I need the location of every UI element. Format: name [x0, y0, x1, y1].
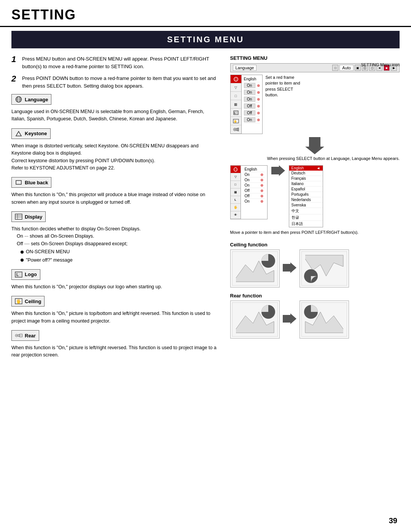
- svg-point-20: [234, 77, 238, 81]
- svg-point-31: [234, 168, 237, 171]
- svg-rect-6: [16, 181, 21, 184]
- lang-content-row6: Off⊕: [243, 193, 265, 199]
- keystone-body: When image is distorted vertically, sele…: [11, 142, 219, 172]
- svg-text:L: L: [16, 273, 19, 277]
- lang-list-english-text: English: [292, 166, 304, 170]
- sidebar-row-4-value: On: [244, 97, 255, 102]
- left-column: 1 Press MENU button and ON-SCREEN MENU w…: [11, 55, 219, 364]
- sidebar-row-4-arrow: ⊕: [257, 97, 260, 101]
- section-keystone-header: Keystone: [11, 128, 51, 139]
- section-rear-header: Rear: [11, 330, 39, 341]
- ceiling-title: Ceiling: [25, 299, 41, 304]
- sidebar-row-3: On ⊕: [244, 89, 260, 96]
- display-icon: [15, 213, 22, 220]
- ceiling-arrow: [283, 262, 296, 274]
- language-body: Language used in ON-SCREEN MENU is selec…: [11, 108, 219, 123]
- lang-content-row2: On⊕: [243, 172, 265, 177]
- ceiling-before-img: [230, 249, 280, 288]
- lang-list-portugues: Português: [289, 192, 323, 197]
- lang-content-english: English: [243, 167, 265, 172]
- menu-bar-auto: Auto: [339, 65, 354, 71]
- sidebar-row-6-arrow: ⊕: [257, 111, 260, 115]
- lang-list-japanese: 日本語: [289, 221, 323, 227]
- main-content: 1 Press MENU button and ON-SCREEN MENU w…: [0, 48, 411, 372]
- svg-marker-41: [283, 313, 296, 324]
- sidebar-icons: ▽ □ ▦ L 🖐: [230, 75, 242, 134]
- step-2: 2 Press POINT DOWN button to move a red-…: [11, 75, 219, 89]
- page-title-bar: SETTING: [0, 0, 411, 27]
- sidebar-row-3-arrow: ⊕: [257, 90, 260, 94]
- setting-menu-icon-label: SETTING Menu icon: [361, 62, 400, 67]
- setting-menu-header: SETTING MENU: [11, 31, 400, 48]
- menu-icon-1: □: [332, 65, 338, 71]
- section-logo: L Logo When this function is "On," proje…: [11, 269, 219, 291]
- display-body: This function decides whether to display…: [11, 225, 219, 264]
- callout-select-language: When pressing SELECT button at Language,…: [230, 156, 400, 161]
- function-diagrams: Ceiling function: [230, 242, 400, 339]
- svg-rect-7: [15, 214, 22, 219]
- sidebar-row-5-value: Off: [244, 104, 255, 109]
- lang-list-english-arrow: ◄: [317, 166, 320, 170]
- section-language: Language Language used in ON-SCREEN MENU…: [11, 94, 219, 123]
- section-blue-back: Blue back When this function is "On," th…: [11, 177, 219, 206]
- svg-marker-30: [305, 137, 324, 154]
- keystone-title: Keystone: [25, 131, 47, 136]
- section-display-header: Display: [11, 211, 46, 222]
- svg-text:🖐: 🖐: [234, 120, 237, 123]
- sidebar-icon-4: ▦: [231, 100, 241, 109]
- section-blue-back-header: Blue back: [11, 177, 51, 188]
- sidebar-row-5: Off ⊕: [244, 103, 260, 110]
- lang-list-english: English ◄: [289, 166, 323, 171]
- lang-content-row3: On⊕: [243, 177, 265, 183]
- ceiling-func-row: [230, 249, 400, 288]
- sidebar-row-7: On ⊕: [244, 117, 260, 123]
- svg-marker-36: [283, 262, 296, 273]
- rear-icons: [15, 332, 22, 339]
- lang-sidebar-small: ▽ □ ▦ L 🖐 👁 English On⊕ On⊕ On⊕ Off⊕ Off…: [230, 165, 268, 219]
- step-2-number: 2: [11, 75, 19, 89]
- sidebar-icon-6: 🖐: [231, 117, 241, 125]
- rear-body: When this function is "On," picture is l…: [11, 344, 219, 359]
- page-number: 39: [389, 516, 397, 525]
- lang-list-chinese: 中文: [289, 208, 323, 214]
- svg-marker-33: [271, 165, 285, 176]
- lang-content-row7: On⊕: [243, 199, 265, 204]
- arrow-right-lang: [271, 165, 285, 176]
- sidebar-with-callout: ▽ □ ▦ L 🖐: [230, 75, 400, 134]
- lang-icon-3: □: [231, 181, 241, 189]
- sidebar-row-1: English: [244, 76, 260, 82]
- ceiling-function-label: Ceiling function: [230, 242, 400, 248]
- logo-title: Logo: [25, 272, 37, 277]
- lang-list-italiano: Italiano: [289, 181, 323, 187]
- step-1-text: Press MENU button and ON-SCREEN MENU wil…: [22, 55, 219, 70]
- blue-back-icon: [15, 179, 22, 186]
- sidebar-icon-5: L: [231, 109, 241, 117]
- keystone-icon: [15, 130, 22, 137]
- lang-content-row5: Off⊕: [243, 188, 265, 193]
- setting-menu-diagram: SETTING MENU Language □ Auto ▣ ◫ ◻ ◄ ■ ▶: [230, 55, 400, 161]
- section-ceiling: 🖐 Ceiling When this function is "On," pi…: [11, 296, 219, 325]
- step-1-number: 1: [11, 55, 19, 70]
- callout-set-red-frame: Set a red frame pointer to item and pres…: [266, 75, 304, 134]
- sidebar-row-7-value: On: [244, 117, 255, 122]
- lang-list-svenska: Svenska: [289, 203, 323, 208]
- rear-before-img: [230, 300, 280, 339]
- menu-icon-2: ▣: [355, 65, 361, 71]
- language-title: Language: [25, 97, 48, 102]
- lang-list-deutsch: Deutsch: [289, 171, 323, 176]
- section-logo-header: L Logo: [11, 269, 40, 280]
- language-list: English ◄ Deutsch Français Italiano Espa…: [289, 165, 323, 227]
- step-2-text: Press POINT DOWN button to move a red-fr…: [22, 75, 219, 89]
- rear-title: Rear: [25, 333, 36, 339]
- language-icon: [15, 96, 22, 103]
- lang-icon-2: ▽: [231, 173, 241, 181]
- svg-rect-28: [236, 128, 237, 131]
- step-1: 1 Press MENU button and ON-SCREEN MENU w…: [11, 55, 219, 70]
- rear-func-row: [230, 300, 400, 339]
- svg-point-16: [16, 335, 17, 336]
- ceiling-icon: 🖐: [15, 297, 22, 305]
- ceiling-after-img: [299, 249, 349, 288]
- menu-bar-container: Language □ Auto ▣ ◫ ◻ ◄ ■ ▶ SETTING Menu…: [230, 63, 400, 72]
- svg-rect-29: [238, 128, 239, 131]
- section-ceiling-header: 🖐 Ceiling: [11, 296, 45, 307]
